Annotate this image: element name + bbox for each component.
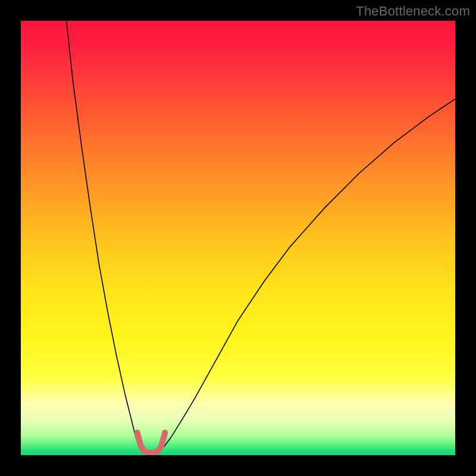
chart-svg (21, 21, 455, 455)
chart-frame: TheBottleneck.com (0, 0, 476, 476)
watermark-text: TheBottleneck.com (356, 4, 470, 19)
gradient-background (21, 21, 455, 455)
plot-area (21, 21, 455, 455)
